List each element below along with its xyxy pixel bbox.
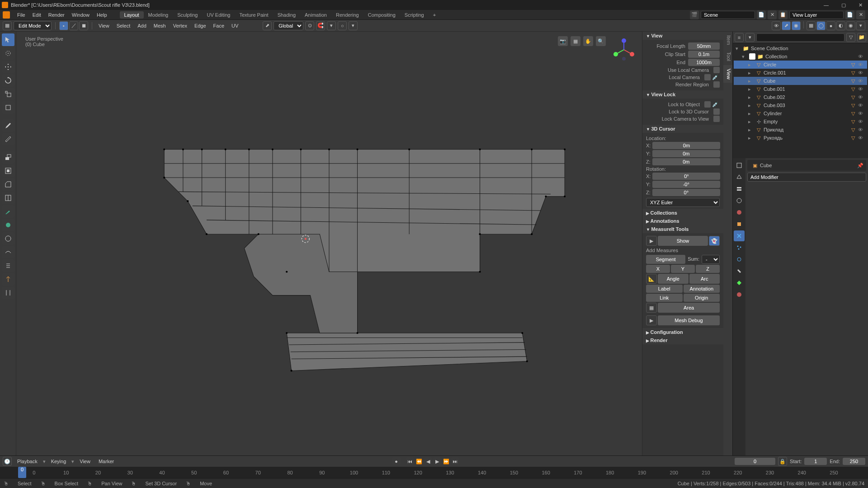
gizmo-icon[interactable]: ⬈ bbox=[782, 21, 791, 30]
outliner-type-icon[interactable]: ≡ bbox=[735, 33, 744, 42]
select-face-icon[interactable]: ◼ bbox=[79, 21, 88, 30]
workspace-compositing[interactable]: Compositing bbox=[363, 11, 400, 19]
panel-cursor-header[interactable]: 3D Cursor bbox=[642, 125, 723, 133]
timeline-marker[interactable]: Marker bbox=[96, 459, 117, 464]
tree-item[interactable]: ▸▽Cube.002▽👁 bbox=[734, 93, 867, 101]
shading-options-icon[interactable]: ▾ bbox=[856, 21, 865, 30]
tree-item[interactable]: ▸▽Cube.003▽👁 bbox=[734, 101, 867, 109]
select-edge-icon[interactable]: ／ bbox=[69, 21, 78, 30]
eyedropper-icon[interactable]: 💉 bbox=[711, 75, 720, 80]
tool-measure[interactable] bbox=[2, 133, 14, 145]
eye-icon[interactable]: 👁 bbox=[858, 62, 865, 67]
arc-button[interactable]: Arc bbox=[689, 274, 720, 284]
lock-object-picker[interactable] bbox=[704, 101, 711, 108]
view3d-menu-mesh[interactable]: Mesh bbox=[151, 23, 169, 28]
view3d-menu-edge[interactable]: Edge bbox=[192, 23, 209, 28]
timeline-keying[interactable]: Keying bbox=[48, 459, 69, 464]
timeline-type-icon[interactable]: 🕐 bbox=[3, 457, 12, 466]
maximize-button[interactable]: ▢ bbox=[838, 2, 849, 8]
proportional-icon[interactable]: ○ bbox=[338, 21, 347, 30]
menu-window[interactable]: Window bbox=[68, 12, 93, 18]
view3d-menu-face[interactable]: Face bbox=[211, 23, 227, 28]
area-icon[interactable]: ▦ bbox=[646, 303, 657, 313]
eye-icon[interactable]: 👁 bbox=[858, 78, 865, 84]
tool-smooth[interactable] bbox=[2, 246, 14, 258]
segment-button[interactable]: Segment bbox=[646, 255, 685, 264]
angle-icon[interactable]: 📐 bbox=[646, 274, 657, 284]
prop-tab-modifier[interactable] bbox=[734, 230, 745, 241]
tree-item[interactable]: ▸▽Рукоядь▽👁 bbox=[734, 134, 867, 142]
tool-spin[interactable] bbox=[2, 232, 14, 245]
tool-scale[interactable] bbox=[2, 88, 14, 100]
select-vertex-icon[interactable]: ▪ bbox=[59, 21, 68, 30]
scene-delete-button[interactable]: ✕ bbox=[768, 10, 777, 19]
nav-camera-icon[interactable]: 📷 bbox=[558, 36, 568, 46]
measure-z-button[interactable]: Z bbox=[696, 265, 720, 273]
prop-tab-scene[interactable] bbox=[734, 195, 745, 206]
menu-render[interactable]: Render bbox=[45, 12, 68, 18]
rotation-mode-select[interactable]: XYZ Euler bbox=[646, 198, 720, 207]
panel-viewlock-header[interactable]: View Lock bbox=[642, 90, 723, 99]
prop-tab-viewlayer[interactable] bbox=[734, 183, 745, 194]
lock-camera-checkbox[interactable] bbox=[713, 116, 720, 122]
link-button[interactable]: Link bbox=[646, 294, 683, 302]
minimize-button[interactable]: — bbox=[820, 2, 832, 8]
workspace-animation[interactable]: Animation bbox=[300, 11, 331, 19]
tree-item[interactable]: ▸▽Cube.001▽👁 bbox=[734, 85, 867, 93]
prop-tab-object[interactable] bbox=[734, 219, 745, 230]
nav-pan-icon[interactable]: ✋ bbox=[583, 36, 593, 46]
editor-type-icon[interactable]: ▦ bbox=[3, 21, 12, 30]
view3d-menu-view[interactable]: View bbox=[96, 23, 112, 28]
panel-measureit-header[interactable]: MeasureIt Tools bbox=[642, 225, 723, 233]
tree-item[interactable]: ▸▽Cylinder▽👁 bbox=[734, 109, 867, 117]
filter-icon[interactable]: ▽ bbox=[846, 33, 855, 42]
scene-name-input[interactable] bbox=[701, 11, 755, 19]
tool-knife[interactable] bbox=[2, 205, 14, 218]
lock-cursor-checkbox[interactable] bbox=[713, 108, 720, 115]
n-tab-item[interactable]: Item bbox=[723, 32, 732, 48]
local-camera-checkbox[interactable] bbox=[713, 67, 720, 73]
axis-gizmo[interactable] bbox=[610, 36, 637, 63]
view3d-menu-select[interactable]: Select bbox=[114, 23, 133, 28]
eye-icon[interactable]: 👁 bbox=[858, 86, 865, 92]
scene-new-button[interactable]: 📄 bbox=[757, 10, 766, 19]
tool-extrude[interactable] bbox=[2, 151, 14, 164]
jump-start-icon[interactable]: ⏮ bbox=[406, 457, 414, 465]
view3d-menu-uv[interactable]: UV bbox=[229, 23, 241, 28]
prop-tab-material[interactable] bbox=[734, 289, 745, 300]
render-region-checkbox[interactable] bbox=[713, 81, 720, 88]
timeline-view[interactable]: View bbox=[77, 459, 93, 464]
mode-selector[interactable]: Edit Mode bbox=[14, 21, 52, 30]
measureit-show-button[interactable]: Show bbox=[658, 236, 708, 246]
focal-length-input[interactable] bbox=[688, 42, 720, 50]
tree-collection[interactable]: ▾📁Collection👁 bbox=[734, 52, 867, 61]
tool-shrink[interactable] bbox=[2, 273, 14, 286]
visibility-icon[interactable]: 👁 bbox=[772, 21, 781, 30]
n-tab-tool[interactable]: Tool bbox=[723, 48, 732, 65]
shading-wireframe-icon[interactable]: ◯ bbox=[816, 21, 826, 30]
snap-icon[interactable]: 🧲 bbox=[316, 21, 325, 30]
eye-icon[interactable]: 👁 bbox=[858, 94, 865, 100]
workspace-shading[interactable]: Shading bbox=[273, 11, 300, 19]
view3d-menu-vertex[interactable]: Vertex bbox=[170, 23, 190, 28]
view3d-menu-add[interactable]: Add bbox=[135, 23, 149, 28]
current-frame-input[interactable] bbox=[735, 458, 775, 465]
ghost-icon[interactable]: 👻 bbox=[709, 236, 720, 246]
tool-rotate[interactable] bbox=[2, 74, 14, 87]
cursor-x-input[interactable] bbox=[652, 142, 720, 149]
tree-item[interactable]: ▸▽Circle▽👁 bbox=[734, 61, 867, 69]
cursor-y-input[interactable] bbox=[652, 150, 720, 157]
prev-key-icon[interactable]: ⏪ bbox=[415, 457, 423, 465]
tool-transform[interactable] bbox=[2, 101, 14, 114]
overlay-icon[interactable]: ◉ bbox=[792, 21, 801, 30]
measure-y-button[interactable]: Y bbox=[671, 265, 695, 273]
eye-icon[interactable]: 👁 bbox=[858, 111, 865, 116]
cursor-rz-input[interactable] bbox=[652, 189, 720, 196]
prop-tab-physics[interactable] bbox=[734, 254, 745, 265]
close-button[interactable]: ✕ bbox=[855, 2, 866, 8]
tool-inset[interactable] bbox=[2, 164, 14, 177]
eye-icon[interactable]: 👁 bbox=[858, 103, 865, 108]
tool-move[interactable] bbox=[2, 61, 14, 73]
shading-rendered-icon[interactable]: ◉ bbox=[846, 21, 855, 30]
tool-bevel[interactable] bbox=[2, 178, 14, 191]
